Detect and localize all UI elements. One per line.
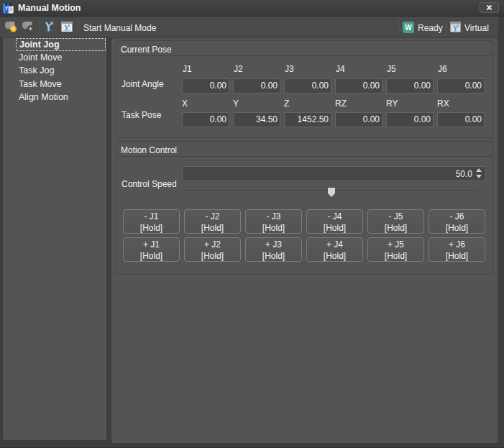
svg-text:3.0: 3.0 bbox=[4, 1, 12, 8]
svg-text:W: W bbox=[405, 24, 412, 32]
